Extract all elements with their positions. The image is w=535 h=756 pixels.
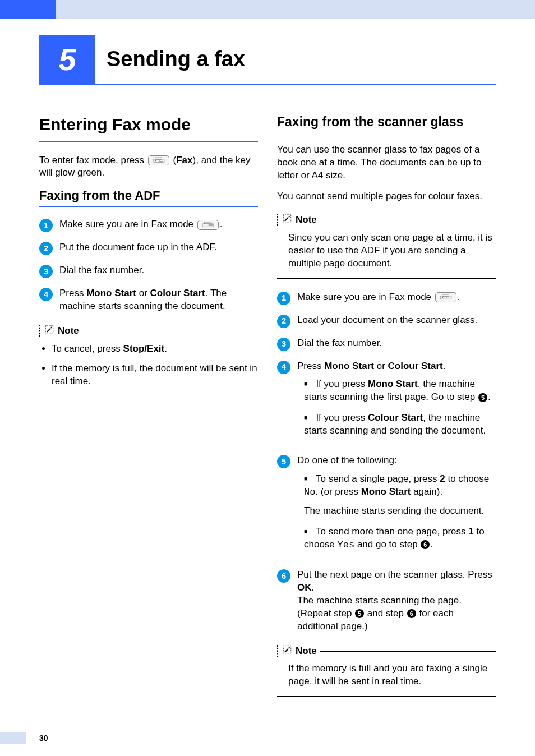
step-badge: 6 xyxy=(277,569,290,583)
step-text: Dial the fax number. xyxy=(59,264,258,278)
note-icon xyxy=(44,324,54,338)
fax-key-icon xyxy=(148,155,169,165)
subsection-faxing-scanner-glass: Faxing from the scanner glass xyxy=(277,113,496,133)
note-text: Since you can only scan one page at a ti… xyxy=(277,232,496,270)
step-text: Do one of the following: To send a singl… xyxy=(297,454,496,560)
note-box: Note If the memory is full and you are f… xyxy=(277,642,496,697)
note-label: Note xyxy=(296,214,317,227)
chapter-banner: 5 Sending a fax xyxy=(39,35,496,85)
header-band xyxy=(0,0,535,19)
intro-paragraph: To enter fax mode, press (Fax), and the … xyxy=(39,154,258,180)
note-item: To cancel, press Stop/Exit. xyxy=(52,343,258,356)
page-number: 30 xyxy=(39,733,48,744)
step-ref-badge: 5 xyxy=(478,393,487,402)
step-ref-badge: 6 xyxy=(407,609,416,618)
fax-key-icon xyxy=(435,292,456,302)
paragraph: You cannot send multiple pages for colou… xyxy=(277,190,496,203)
note-label: Note xyxy=(58,325,79,338)
step-text: Press Mono Start or Colour Start. If you… xyxy=(297,360,496,446)
page-footer: 30 xyxy=(0,732,48,744)
step-badge: 2 xyxy=(277,315,290,328)
step-text: Press Mono Start or Colour Start. The ma… xyxy=(59,287,258,313)
step-badge: 5 xyxy=(277,455,290,468)
step-text: Put the document face up in the ADF. xyxy=(59,241,258,255)
chapter-title: Sending a fax xyxy=(107,45,245,73)
step-text: Dial the fax number. xyxy=(297,337,496,351)
left-column: Entering Fax mode To enter fax mode, pre… xyxy=(39,113,258,709)
step-badge: 4 xyxy=(277,361,290,374)
section-heading-entering-fax-mode: Entering Fax mode xyxy=(39,113,258,136)
note-box: Note Since you can only scan one page at… xyxy=(277,211,496,279)
note-icon xyxy=(282,644,292,658)
step-ref-badge: 6 xyxy=(421,540,430,549)
right-column: Faxing from the scanner glass You can us… xyxy=(277,113,496,709)
step-badge: 4 xyxy=(39,288,53,301)
note-box: Note To cancel, press Stop/Exit. If the … xyxy=(39,322,258,403)
step-ref-badge: 5 xyxy=(355,609,364,618)
step-badge: 1 xyxy=(39,219,53,232)
step-badge: 2 xyxy=(39,242,53,255)
sub-item: If you press Colour Start, the machine s… xyxy=(304,412,496,437)
header-blue-block xyxy=(0,0,56,19)
adf-steps: 1 Make sure you are in Fax mode . 2 Put … xyxy=(39,218,258,313)
paragraph: You can use the scanner glass to fax pag… xyxy=(277,144,496,182)
step-badge: 3 xyxy=(39,265,53,278)
note-icon xyxy=(282,213,292,227)
fax-key-icon xyxy=(197,220,219,230)
chapter-number: 5 xyxy=(39,35,95,84)
sub-item: To send more than one page, press 1 to c… xyxy=(304,525,496,552)
step-text: Make sure you are in Fax mode . xyxy=(59,218,258,232)
footer-tab xyxy=(0,732,26,744)
step-badge: 1 xyxy=(277,292,290,305)
note-text: If the memory is full and you are faxing… xyxy=(277,662,496,688)
step-text: Load your document on the scanner glass. xyxy=(297,314,496,328)
scanner-steps: 1 Make sure you are in Fax mode . 2 Load… xyxy=(277,291,496,633)
step-text: Make sure you are in Fax mode . xyxy=(297,291,496,305)
sub-item: To send a single page, press 2 to choose… xyxy=(304,473,496,518)
note-item: If the memory is full, the document will… xyxy=(52,362,258,388)
sub-item: If you press Mono Start, the machine sta… xyxy=(304,378,496,404)
step-badge: 3 xyxy=(277,338,290,351)
note-label: Note xyxy=(296,645,317,658)
step-text: Put the next page on the scanner glass. … xyxy=(297,569,496,633)
subsection-faxing-from-adf: Faxing from the ADF xyxy=(39,187,258,207)
